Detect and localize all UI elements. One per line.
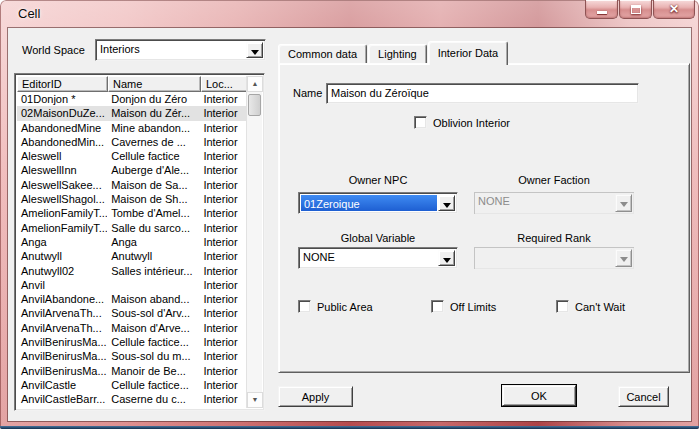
list-item[interactable]: AleswellCellule facticeInterior xyxy=(17,149,246,163)
tab-common-data[interactable]: Common data xyxy=(278,44,367,64)
public-area-checkbox[interactable] xyxy=(298,300,311,313)
list-cell xyxy=(107,278,199,292)
list-cell: Sous-sol d'Arv... xyxy=(107,306,199,320)
list-item[interactable]: AnvilArvenaTh...Maison d'Arve...Interior xyxy=(17,321,246,335)
list-cell: Interior xyxy=(199,335,246,349)
column-header[interactable]: Loc... xyxy=(201,76,248,92)
list-item[interactable]: AnvilBenirusMa...Sous-sol du m...Interio… xyxy=(17,349,246,363)
oblivion-interior-checkbox[interactable] xyxy=(414,116,427,129)
cancel-button[interactable]: Cancel xyxy=(618,386,669,407)
list-cell: Caserne du c... xyxy=(107,392,199,406)
tab-bar: Common data Lighting Interior Data xyxy=(278,40,509,64)
close-button[interactable]: ✕ xyxy=(653,0,695,19)
world-space-label: World Space xyxy=(22,44,85,56)
owner-npc-dropdown-button[interactable] xyxy=(438,195,455,211)
list-cell: Interior xyxy=(199,264,246,278)
list-cell: Interior xyxy=(199,407,246,408)
column-header[interactable]: EditorID xyxy=(17,76,108,92)
list-cell: Sous-sol du m... xyxy=(107,349,199,363)
list-cell: AnvilCastleBarr... xyxy=(17,392,107,406)
column-header[interactable]: Name xyxy=(108,76,201,92)
list-item[interactable]: AleswellShagol...Maison de Sh...Interior xyxy=(17,192,246,206)
global-variable-value: NONE xyxy=(299,248,457,268)
list-cell: F... xyxy=(107,407,199,408)
list-cell: Interior xyxy=(199,163,246,177)
interior-data-panel: Name Maison du Zéroïque Oblivion Interio… xyxy=(278,63,690,373)
oblivion-interior-label: Oblivion Interior xyxy=(433,117,510,129)
cell-list-rows: 01Donjon *Donjon du ZéroInterior02Maison… xyxy=(17,92,246,408)
list-cell: Interior xyxy=(199,192,246,206)
list-cell: Anvil xyxy=(17,278,107,292)
minimize-button[interactable] xyxy=(585,0,618,19)
list-item[interactable]: AnutwyllAnutwyllInterior xyxy=(17,249,246,263)
scroll-down-button[interactable]: ▼ xyxy=(247,392,263,408)
list-cell: AnvilArvenaTh... xyxy=(17,306,107,320)
list-item[interactable]: AnvilAbandone...Maison aband...Interior xyxy=(17,292,246,306)
list-item[interactable]: AnvilCastleCellule factice...Interior xyxy=(17,378,246,392)
list-item[interactable]: AnvilCastleBarr...Caserne du c...Interio… xyxy=(17,392,246,406)
scroll-up-button[interactable]: ▲ xyxy=(247,76,263,92)
close-icon: ✕ xyxy=(654,2,694,16)
list-cell: Manoir de Be... xyxy=(107,364,199,378)
world-space-dropdown-button[interactable] xyxy=(246,42,263,58)
list-cell: Interior xyxy=(199,121,246,135)
tab-lighting[interactable]: Lighting xyxy=(368,44,427,64)
list-cell: AleswellInn xyxy=(17,163,107,177)
owner-npc-combobox[interactable]: 01Zeroique xyxy=(298,192,458,214)
list-cell: Maison aband... xyxy=(107,292,199,306)
list-item[interactable]: AbandonedMin...Cavernes de ...Interior xyxy=(17,135,246,149)
world-space-combobox[interactable]: Interiors xyxy=(95,39,266,61)
world-space-value: Interiors xyxy=(96,40,265,60)
global-variable-combobox[interactable]: NONE xyxy=(298,247,458,269)
list-cell: Cellule factice... xyxy=(107,378,199,392)
off-limits-checkbox[interactable] xyxy=(431,300,444,313)
list-cell: Interior xyxy=(199,306,246,320)
tab-interior-data[interactable]: Interior Data xyxy=(428,41,509,65)
list-item[interactable]: AbandonedMineMine abandon...Interior xyxy=(17,121,246,135)
maximize-icon xyxy=(631,5,641,14)
list-cell: AnvilCastle xyxy=(17,378,107,392)
list-item[interactable]: AleswellSakee...Maison de Sa...Interior xyxy=(17,178,246,192)
list-cell: Interior xyxy=(199,392,246,406)
list-item[interactable]: AleswellInnAuberge d'Ale...Interior xyxy=(17,163,246,177)
list-cell: Cellule factice xyxy=(107,149,199,163)
list-item[interactable]: AnvilArvenaTh...Sous-sol d'Arv...Interio… xyxy=(17,306,246,320)
titlebar[interactable]: Cell ✕ xyxy=(0,0,699,28)
vertical-scrollbar[interactable]: ▲ ▼ xyxy=(246,76,262,408)
ok-button[interactable]: OK xyxy=(501,384,577,407)
list-cell: AbandonedMine xyxy=(17,121,107,135)
list-cell: AmelionFamilyT... xyxy=(17,221,107,235)
list-item[interactable]: AnvilBenirusMa...Cellule factice...Inter… xyxy=(17,335,246,349)
owner-faction-value: NONE xyxy=(474,192,634,214)
list-item[interactable]: AnvilCastleBl...F...Interior xyxy=(17,407,246,408)
list-cell: AnvilArvenaTh... xyxy=(17,321,107,335)
owner-faction-label: Owner Faction xyxy=(474,174,634,186)
list-item[interactable]: AmelionFamilyT...Salle du sarco...Interi… xyxy=(17,221,246,235)
list-cell: Interior xyxy=(199,364,246,378)
list-cell: AnvilBenirusMa... xyxy=(17,364,107,378)
list-item[interactable]: AmelionFamilyT...Tombe d'Amel...Interior xyxy=(17,206,246,220)
global-variable-dropdown-button[interactable] xyxy=(438,250,455,266)
required-rank-value xyxy=(474,247,634,269)
maximize-button[interactable] xyxy=(619,0,652,19)
chevron-down-icon xyxy=(443,203,451,212)
list-item[interactable]: AnvilInterior xyxy=(17,278,246,292)
list-item[interactable]: AnvilBenirusMa...Manoir de Be...Interior xyxy=(17,364,246,378)
list-cell: AnvilCastleBl... xyxy=(17,407,107,408)
list-item[interactable]: Anutwyll02Salles intérieur...Interior xyxy=(17,264,246,278)
apply-button[interactable]: Apply xyxy=(278,386,353,407)
owner-npc-value: 01Zeroique xyxy=(301,195,437,211)
list-cell: Interior xyxy=(199,135,246,149)
ok-button-face: OK xyxy=(502,385,576,406)
cant-wait-checkbox[interactable] xyxy=(556,300,569,313)
list-cell: 01Donjon * xyxy=(17,92,107,106)
list-item[interactable]: 02MaisonDuZe...Maison du Zér...Interior xyxy=(17,106,246,120)
list-cell: AleswellSakee... xyxy=(17,178,107,192)
list-item[interactable]: AngaAngaInterior xyxy=(17,235,246,249)
scrollbar-thumb[interactable] xyxy=(248,94,261,116)
window-controls: ✕ xyxy=(585,0,695,19)
name-input[interactable]: Maison du Zéroïque xyxy=(326,83,639,104)
list-item[interactable]: 01Donjon *Donjon du ZéroInterior xyxy=(17,92,246,106)
name-label: Name xyxy=(293,87,322,99)
oblivion-interior-checkbox-group: Oblivion Interior xyxy=(414,116,510,129)
